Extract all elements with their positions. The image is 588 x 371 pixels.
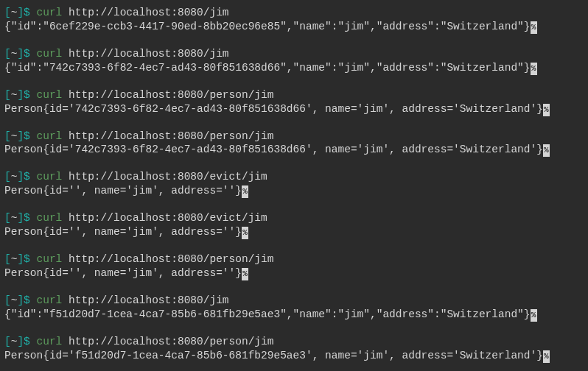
- terminal-output: [~]$ curl http://localhost:8080/jim{"id"…: [4, 6, 584, 363]
- curl-url: http://localhost:8080/evict/jim: [69, 212, 267, 224]
- command-line: [~]$ curl http://localhost:8080/person/j…: [4, 335, 584, 349]
- prompt-open-bracket: [: [4, 336, 11, 347]
- eol-marker-icon: %: [543, 144, 550, 157]
- prompt-dollar: $: [24, 212, 30, 224]
- prompt-open-bracket: [: [4, 7, 11, 18]
- curl-command: curl: [37, 336, 63, 347]
- curl-url: http://localhost:8080/evict/jim: [69, 171, 267, 183]
- prompt-close-bracket: ]: [17, 7, 24, 18]
- prompt-close-bracket: ]: [17, 294, 24, 306]
- prompt-dollar: $: [24, 130, 30, 142]
- output-text: {"id":"6cef229e-ccb3-4417-90ed-8bb20ec96…: [4, 21, 531, 32]
- prompt-dollar: $: [24, 48, 30, 60]
- curl-command: curl: [37, 89, 63, 101]
- output-line: Person{id='', name='jim', address=''}%: [4, 225, 584, 239]
- eol-marker-icon: %: [242, 268, 248, 280]
- prompt-dollar: $: [24, 253, 30, 265]
- curl-url: http://localhost:8080/person/jim: [69, 336, 273, 347]
- eol-marker-icon: %: [242, 186, 248, 198]
- command-line: [~]$ curl http://localhost:8080/person/j…: [4, 130, 584, 144]
- command-line: [~]$ curl http://localhost:8080/person/j…: [4, 88, 584, 102]
- curl-command: curl: [37, 130, 63, 142]
- curl-command: curl: [37, 171, 63, 183]
- output-line: Person{id='742c7393-6f82-4ec7-ad43-80f85…: [4, 143, 584, 157]
- curl-url: http://localhost:8080/person/jim: [69, 130, 273, 142]
- prompt-open-bracket: [: [4, 171, 11, 183]
- curl-url: http://localhost:8080/person/jim: [69, 89, 273, 101]
- output-text: Person{id='f51d20d7-1cea-4ca7-85b6-681fb…: [4, 350, 543, 361]
- eol-marker-icon: %: [543, 350, 550, 363]
- curl-command: curl: [37, 294, 63, 306]
- prompt-dollar: $: [24, 171, 30, 183]
- output-text: Person{id='', name='jim', address=''}: [4, 185, 242, 197]
- prompt-close-bracket: ]: [17, 89, 24, 101]
- curl-command: curl: [37, 48, 63, 60]
- eol-marker-icon: %: [531, 63, 537, 75]
- command-block: [~]$ curl http://localhost:8080/evict/ji…: [4, 170, 584, 198]
- command-line: [~]$ curl http://localhost:8080/person/j…: [4, 252, 584, 266]
- prompt-dollar: $: [24, 294, 30, 306]
- command-block: [~]$ curl http://localhost:8080/jim{"id"…: [4, 6, 584, 34]
- command-block: [~]$ curl http://localhost:8080/jim{"id"…: [4, 47, 584, 75]
- prompt-close-bracket: ]: [17, 253, 24, 265]
- eol-marker-icon: %: [543, 104, 550, 116]
- prompt-close-bracket: ]: [17, 212, 24, 224]
- curl-url: http://localhost:8080/person/jim: [69, 253, 273, 265]
- output-line: Person{id='', name='jim', address=''}%: [4, 266, 584, 280]
- curl-url: http://localhost:8080/jim: [69, 294, 229, 306]
- prompt-dollar: $: [24, 89, 30, 101]
- output-text: Person{id='742c7393-6f82-4ec7-ad43-80f85…: [4, 144, 543, 155]
- curl-url: http://localhost:8080/jim: [69, 7, 229, 18]
- output-text: {"id":"742c7393-6f82-4ec7-ad43-80f851638…: [4, 62, 531, 74]
- output-line: {"id":"742c7393-6f82-4ec7-ad43-80f851638…: [4, 61, 584, 75]
- command-block: [~]$ curl http://localhost:8080/person/j…: [4, 88, 584, 116]
- output-line: {"id":"f51d20d7-1cea-4ca7-85b6-681fb29e5…: [4, 308, 584, 322]
- prompt-dollar: $: [24, 7, 30, 18]
- prompt-open-bracket: [: [4, 89, 11, 101]
- command-line: [~]$ curl http://localhost:8080/jim: [4, 47, 584, 61]
- prompt-open-bracket: [: [4, 48, 11, 60]
- command-block: [~]$ curl http://localhost:8080/person/j…: [4, 130, 584, 158]
- output-line: {"id":"6cef229e-ccb3-4417-90ed-8bb20ec96…: [4, 20, 584, 34]
- prompt-open-bracket: [: [4, 294, 11, 306]
- curl-url: http://localhost:8080/jim: [69, 48, 229, 60]
- output-text: Person{id='742c7393-6f82-4ec7-ad43-80f85…: [4, 103, 543, 115]
- prompt-close-bracket: ]: [17, 130, 24, 142]
- command-line: [~]$ curl http://localhost:8080/evict/ji…: [4, 211, 584, 225]
- curl-command: curl: [37, 253, 63, 265]
- prompt-close-bracket: ]: [17, 48, 24, 60]
- prompt-close-bracket: ]: [17, 171, 24, 183]
- eol-marker-icon: %: [531, 21, 537, 34]
- command-line: [~]$ curl http://localhost:8080/jim: [4, 294, 584, 308]
- curl-command: curl: [37, 212, 63, 224]
- eol-marker-icon: %: [531, 309, 537, 322]
- output-text: {"id":"f51d20d7-1cea-4ca7-85b6-681fb29e5…: [4, 308, 531, 320]
- prompt-close-bracket: ]: [17, 336, 24, 347]
- eol-marker-icon: %: [242, 227, 248, 239]
- prompt-dollar: $: [24, 336, 30, 347]
- output-line: Person{id='742c7393-6f82-4ec7-ad43-80f85…: [4, 102, 584, 116]
- output-line: Person{id='', name='jim', address=''}%: [4, 184, 584, 198]
- curl-command: curl: [37, 7, 63, 18]
- prompt-open-bracket: [: [4, 253, 11, 265]
- output-line: Person{id='f51d20d7-1cea-4ca7-85b6-681fb…: [4, 349, 584, 363]
- command-block: [~]$ curl http://localhost:8080/person/j…: [4, 335, 584, 363]
- command-line: [~]$ curl http://localhost:8080/evict/ji…: [4, 170, 584, 184]
- command-block: [~]$ curl http://localhost:8080/person/j…: [4, 252, 584, 280]
- prompt-open-bracket: [: [4, 212, 11, 224]
- command-line: [~]$ curl http://localhost:8080/jim: [4, 6, 584, 20]
- prompt-open-bracket: [: [4, 130, 11, 142]
- command-block: [~]$ curl http://localhost:8080/jim{"id"…: [4, 294, 584, 322]
- command-block: [~]$ curl http://localhost:8080/evict/ji…: [4, 211, 584, 239]
- output-text: Person{id='', name='jim', address=''}: [4, 226, 242, 238]
- output-text: Person{id='', name='jim', address=''}: [4, 267, 242, 279]
